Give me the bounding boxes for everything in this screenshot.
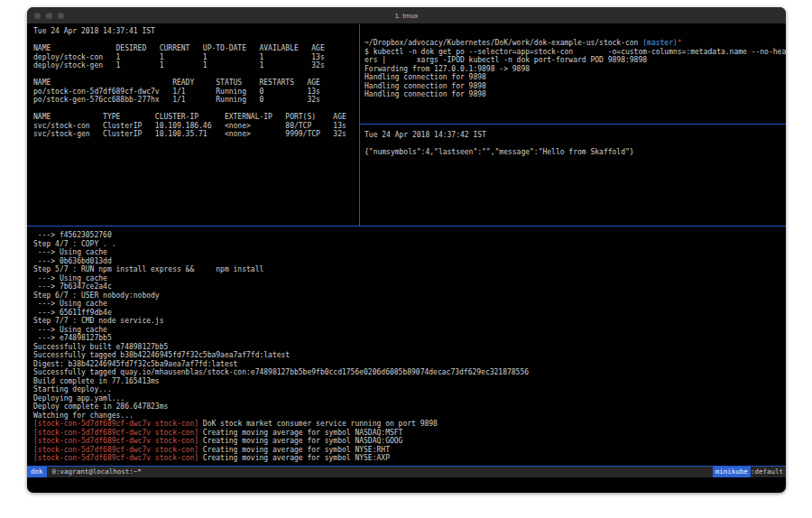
pod-log-line: [stock-con-5d7df689cf-dwc7v stock-con] D… <box>33 420 786 429</box>
curl-timestamp: Tue 24 Apr 2018 14:37:42 IST <box>364 131 786 140</box>
port-forward-output: $ kubectl -n dok get po --selector=app=s… <box>364 48 786 99</box>
minimize-button[interactable] <box>46 13 52 19</box>
pod-log-prefix: [stock-con-5d7df689cf-dwc7v stock-con] <box>33 446 198 454</box>
pod-log-message: Creating moving average for symbol NASDA… <box>198 437 402 445</box>
pod-log-message: Creating moving average for symbol NYSE:… <box>198 454 390 462</box>
shell-prompt-path: ~/Dropbox/advocacy/Kubernetes/DoK/work/d… <box>364 39 786 48</box>
status-right: minikube :default <box>713 467 783 477</box>
pane-port-forward[interactable]: ~/Dropbox/advocacy/Kubernetes/DoK/work/d… <box>360 24 786 124</box>
tmux-status-bar: dok 0:vagrant@localhost:~* minikube :def… <box>27 467 786 477</box>
window-controls <box>34 13 64 19</box>
window-tab[interactable]: 0:vagrant@localhost:~* <box>52 467 142 477</box>
pod-log-prefix: [stock-con-5d7df689cf-dwc7v stock-con] <box>33 454 198 462</box>
pane-kubectl-watch[interactable]: Tue 24 Apr 2018 14:37:41 IST NAME DESIRE… <box>27 24 359 226</box>
cwd-path: ~/Dropbox/advocacy/Kubernetes/DoK/work/d… <box>364 39 642 47</box>
pane-skaffold-build[interactable]: ---> f45623052760 Step 4/7 : COPY . . --… <box>27 227 786 466</box>
blank-line <box>364 140 786 149</box>
close-button[interactable] <box>34 13 41 19</box>
kubectl-watch-output: Tue 24 Apr 2018 14:37:41 IST NAME DESIRE… <box>33 27 359 139</box>
pod-log-line: [stock-con-5d7df689cf-dwc7v stock-con] C… <box>33 429 786 438</box>
pod-log-message: Creating moving average for symbol NASDA… <box>198 429 402 437</box>
kube-context: minikube <box>713 467 751 477</box>
git-dirty-flag: * <box>678 39 682 47</box>
pane-curl-output[interactable]: Tue 24 Apr 2018 14:37:42 IST {"numsymbol… <box>360 125 786 226</box>
window-title: 1. tmux <box>27 12 786 20</box>
pod-log-message: DoK stock market consumer service runnin… <box>198 420 438 428</box>
pod-log-line: [stock-con-5d7df689cf-dwc7v stock-con] C… <box>33 446 786 455</box>
pod-log-message: Creating moving average for symbol NYSE:… <box>198 446 390 454</box>
titlebar: 1. tmux <box>27 7 786 24</box>
session-name: dok <box>27 467 47 477</box>
pod-log-line: [stock-con-5d7df689cf-dwc7v stock-con] C… <box>33 454 786 463</box>
git-branch: (master) <box>642 39 678 47</box>
curl-json-response: {"numsymbols":4,"lastseen":"","message":… <box>364 148 786 157</box>
zoom-button[interactable] <box>58 13 64 19</box>
kube-namespace: :default <box>751 467 783 477</box>
pod-log-prefix: [stock-con-5d7df689cf-dwc7v stock-con] <box>33 429 198 437</box>
tmux-terminal: Tue 24 Apr 2018 14:37:41 IST NAME DESIRE… <box>27 24 786 493</box>
docker-build-output: ---> f45623052760 Step 4/7 : COPY . . --… <box>33 231 786 420</box>
pod-log-prefix: [stock-con-5d7df689cf-dwc7v stock-con] <box>33 420 198 428</box>
pod-log-line: [stock-con-5d7df689cf-dwc7v stock-con] C… <box>33 437 786 446</box>
pod-log-prefix: [stock-con-5d7df689cf-dwc7v stock-con] <box>33 437 198 445</box>
terminal-window: 1. tmux Tue 24 Apr 2018 14:37:41 IST NAM… <box>27 7 786 493</box>
